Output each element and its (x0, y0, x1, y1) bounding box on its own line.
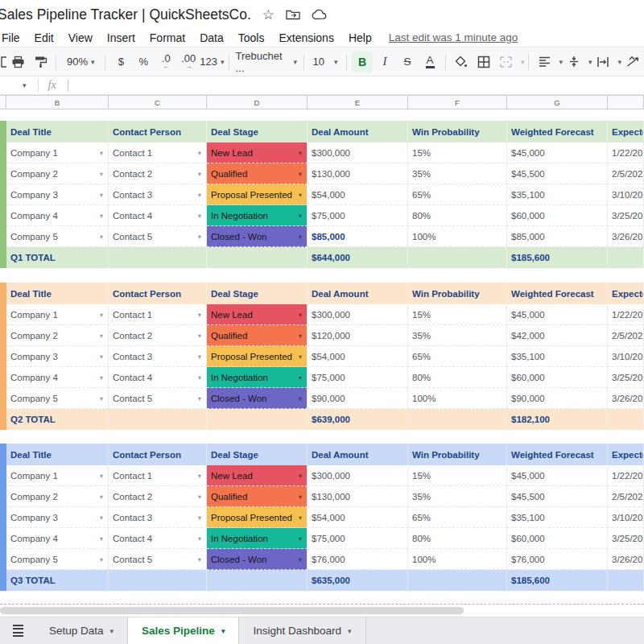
menu-help[interactable]: Help (341, 31, 379, 44)
forecast-cell[interactable]: $45,000 (507, 142, 608, 163)
close-cell[interactable]: 3/10/2022 (608, 507, 644, 528)
dropdown-caret-icon[interactable]: ▾ (198, 311, 201, 319)
dropdown-caret-icon[interactable]: ▾ (299, 170, 302, 178)
dropdown-caret-icon[interactable]: ▾ (198, 493, 201, 501)
deal-stage-cell[interactable]: Proposal Presented▾ (207, 346, 308, 367)
close-cell[interactable]: 3/25/2022 (608, 528, 644, 549)
empty-cell[interactable] (408, 247, 507, 268)
dropdown-caret-icon[interactable]: ▾ (100, 472, 103, 480)
total-label-cell[interactable]: Q1 TOTAL (6, 247, 109, 268)
empty-cell[interactable] (408, 409, 507, 430)
header-cell[interactable]: Contact Person (109, 283, 207, 304)
strikethrough-button[interactable]: S (397, 52, 418, 72)
deal-stage-cell[interactable]: Closed - Won▾ (207, 388, 308, 409)
formula-input[interactable] (68, 80, 68, 91)
dropdown-caret-icon[interactable]: ▾ (100, 514, 103, 522)
win-cell[interactable]: 100% (408, 226, 507, 247)
dropdown-caret-icon[interactable]: ▾ (100, 311, 103, 319)
merge-cells-icon[interactable] (496, 52, 517, 72)
empty-cell[interactable] (207, 409, 308, 430)
vertical-align-caret-icon[interactable]: ▾ (588, 58, 592, 66)
total-forecast-cell[interactable]: $185,600 (507, 247, 608, 268)
deal-dropdown-cell[interactable]: Company 5▾ (6, 388, 109, 409)
dropdown-caret-icon[interactable]: ▾ (299, 514, 302, 522)
header-cell[interactable]: Deal Title (6, 121, 109, 142)
deal-dropdown-cell[interactable]: Company 2▾ (6, 325, 109, 346)
dropdown-caret-icon[interactable]: ▾ (100, 374, 103, 382)
deal-stage-cell[interactable]: Proposal Presented▾ (207, 184, 308, 205)
document-title[interactable]: Sales Pipeline Tracker | QuickSheetsCo. (0, 6, 251, 23)
contact-dropdown-cell[interactable]: Contact 1▾ (109, 304, 207, 325)
name-box-caret-icon[interactable]: ▾ (23, 81, 27, 89)
deal-stage-cell[interactable]: New Lead▾ (207, 304, 308, 325)
contact-dropdown-cell[interactable]: Contact 3▾ (109, 184, 207, 205)
empty-cell[interactable] (608, 409, 644, 430)
forecast-cell[interactable]: $90,000 (507, 388, 608, 409)
total-forecast-cell[interactable]: $185,600 (507, 570, 608, 591)
text-wrap-icon[interactable] (592, 52, 613, 72)
dropdown-caret-icon[interactable]: ▾ (299, 212, 302, 220)
close-cell[interactable]: 3/25/2022 (608, 205, 644, 226)
empty-cell[interactable] (109, 247, 207, 268)
horizontal-align-caret-icon[interactable]: ▾ (559, 58, 563, 66)
dropdown-caret-icon[interactable]: ▾ (299, 233, 302, 241)
dropdown-caret-icon[interactable]: ▾ (198, 149, 201, 157)
deal-dropdown-cell[interactable]: Company 2▾ (6, 486, 109, 507)
empty-cell[interactable] (408, 570, 507, 591)
header-cell[interactable]: Expected Close Date (608, 444, 644, 465)
column-header-D[interactable]: D (207, 96, 308, 109)
deal-dropdown-cell[interactable]: Company 3▾ (6, 184, 109, 205)
header-cell[interactable]: Win Probability (408, 283, 507, 304)
win-cell[interactable]: 35% (408, 325, 507, 346)
text-rotation-icon[interactable] (622, 52, 643, 72)
contact-dropdown-cell[interactable]: Contact 1▾ (109, 142, 207, 163)
forecast-cell[interactable]: $76,000 (507, 549, 608, 570)
header-cell[interactable]: Deal Stage (207, 121, 308, 142)
header-cell[interactable]: Expected Close Date (608, 121, 644, 142)
dropdown-caret-icon[interactable]: ▾ (100, 332, 103, 340)
close-cell[interactable]: 3/26/2022 (608, 388, 644, 409)
dropdown-caret-icon[interactable]: ▾ (100, 353, 103, 361)
number-format-button[interactable]: 123▾ (200, 52, 223, 72)
deal-dropdown-cell[interactable]: Company 1▾ (6, 465, 109, 486)
amount-cell[interactable]: $300,000 (308, 142, 408, 163)
close-cell[interactable]: 2/5/2022 (608, 325, 644, 346)
bold-button[interactable]: B (352, 52, 373, 72)
win-cell[interactable]: 15% (408, 465, 507, 486)
header-cell[interactable]: Weighted Forecast (507, 444, 608, 465)
deal-stage-cell[interactable]: Proposal Presented▾ (207, 507, 308, 528)
deal-stage-cell[interactable]: New Lead▾ (207, 465, 308, 486)
dropdown-caret-icon[interactable]: ▾ (198, 535, 201, 543)
column-header-C[interactable]: C (109, 96, 207, 109)
deal-stage-cell[interactable]: Closed - Won▾ (207, 226, 308, 247)
deal-stage-cell[interactable]: In Negotiation▾ (207, 528, 308, 549)
header-cell[interactable]: Deal Title (6, 283, 109, 304)
row-header-stub[interactable] (0, 96, 6, 109)
forecast-cell[interactable]: $45,500 (507, 486, 608, 507)
text-wrap-caret-icon[interactable]: ▾ (617, 58, 621, 66)
forecast-cell[interactable]: $60,000 (507, 528, 608, 549)
forecast-cell[interactable]: $45,000 (507, 304, 608, 325)
dropdown-caret-icon[interactable]: ▾ (100, 493, 103, 501)
increase-decimal-button[interactable]: .00→ (178, 52, 199, 72)
forecast-cell[interactable]: $60,000 (507, 205, 608, 226)
amount-cell[interactable]: $130,000 (308, 486, 408, 507)
amount-cell[interactable]: $85,000 (308, 226, 408, 247)
dropdown-caret-icon[interactable]: ▾ (299, 555, 302, 564)
dropdown-caret-icon[interactable]: ▾ (299, 493, 302, 501)
contact-dropdown-cell[interactable]: Contact 1▾ (109, 465, 207, 486)
forecast-cell[interactable]: $35,100 (507, 184, 608, 205)
deal-stage-cell[interactable]: Qualified▾ (207, 486, 308, 507)
deal-stage-cell[interactable]: In Negotiation▾ (207, 367, 308, 388)
close-cell[interactable]: 2/5/2022 (608, 163, 644, 184)
contact-dropdown-cell[interactable]: Contact 2▾ (109, 486, 207, 507)
deal-dropdown-cell[interactable]: Company 5▾ (6, 226, 109, 247)
win-cell[interactable]: 35% (408, 163, 507, 184)
header-cell[interactable]: Deal Amount (308, 444, 408, 465)
contact-dropdown-cell[interactable]: Contact 5▾ (109, 549, 207, 570)
close-cell[interactable]: 3/10/2022 (608, 346, 644, 367)
fill-color-icon[interactable] (451, 52, 472, 72)
dropdown-caret-icon[interactable]: ▾ (100, 535, 103, 543)
forecast-cell[interactable]: $60,000 (507, 367, 608, 388)
amount-cell[interactable]: $120,000 (308, 325, 408, 346)
